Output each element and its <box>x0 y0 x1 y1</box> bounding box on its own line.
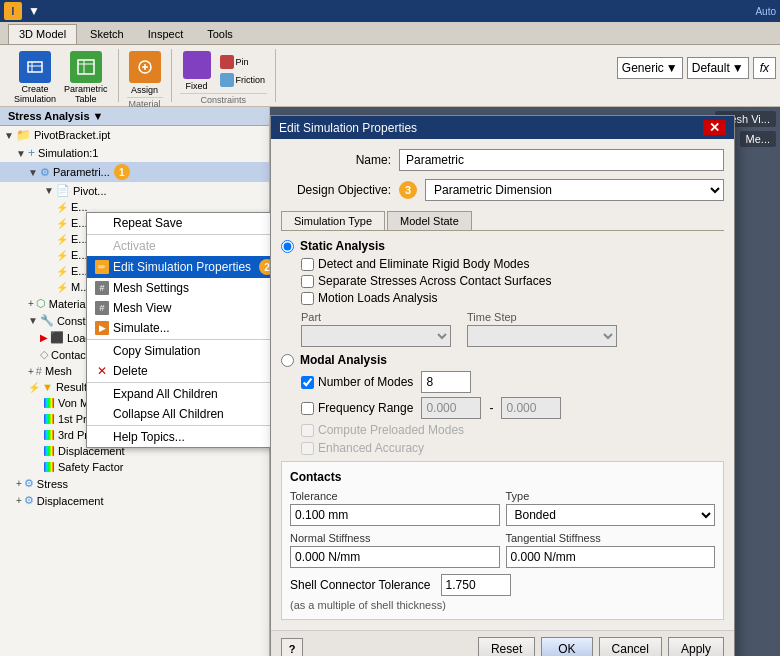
dialog-close-button[interactable]: ✕ <box>703 120 726 135</box>
time-step-label: Time Step <box>467 311 617 323</box>
toolbar-top-bar: I ▼ Auto <box>0 0 780 22</box>
context-item-help[interactable]: Help Topics... <box>87 427 295 447</box>
apply-button[interactable]: Apply <box>668 637 724 656</box>
detect-rigid-row: Detect and Eliminate Rigid Body Modes <box>301 257 724 271</box>
static-analysis-label[interactable]: Static Analysis <box>281 239 724 253</box>
design-objective-select[interactable]: Parametric Dimension Single Point <box>425 179 724 201</box>
create-simulation-button[interactable]: CreateSimulation <box>12 49 58 107</box>
tree-item-safety-factor[interactable]: Safety Factor <box>0 459 269 475</box>
context-item-expand-all[interactable]: Expand All Children <box>87 384 295 404</box>
detect-rigid-checkbox[interactable] <box>301 258 314 271</box>
contacts-title: Contacts <box>290 470 715 484</box>
friction-button[interactable]: Friction <box>218 72 268 88</box>
name-row: Name: <box>281 149 724 171</box>
fx-button[interactable]: fx <box>753 57 776 79</box>
tree-item-displacement2[interactable]: + ⚙ Displacement <box>0 492 269 509</box>
context-item-copy-sim[interactable]: Copy Simulation <box>87 341 295 361</box>
freq-range-label[interactable]: Frequency Range <box>301 401 413 415</box>
help-button[interactable]: ? <box>281 638 303 656</box>
freq-to-input[interactable] <box>501 397 561 419</box>
context-menu: Repeat Save Activate ✏ Edit Simulation P… <box>86 212 296 448</box>
normal-stiffness-label: Normal Stiffness <box>290 532 500 544</box>
tree-label-pivotbracket: PivotBracket.ipt <box>34 129 110 141</box>
enhanced-accuracy-label[interactable]: Enhanced Accuracy <box>301 441 724 455</box>
preloaded-modes-row: Compute Preloaded Modes <box>301 423 724 437</box>
num-modes-input[interactable] <box>421 371 471 393</box>
freq-range-checkbox[interactable] <box>301 402 314 415</box>
tab-sketch[interactable]: Sketch <box>79 24 135 44</box>
context-item-activate[interactable]: Activate <box>87 236 295 256</box>
num-modes-checkbox[interactable] <box>301 376 314 389</box>
tree-label-pivot1: Pivot... <box>73 185 107 197</box>
shell-connector-input[interactable] <box>441 574 511 596</box>
default-dropdown[interactable]: Default▼ <box>687 57 749 79</box>
context-item-edit-sim-props[interactable]: ✏ Edit Simulation Properties 2 <box>87 256 295 278</box>
mesh-view-icon: # <box>95 301 109 315</box>
name-input[interactable] <box>399 149 724 171</box>
type-select[interactable]: Bonded Separation Sliding/No Friction Se… <box>506 504 716 526</box>
type-label: Type <box>506 490 716 502</box>
tree-item-stress2[interactable]: + ⚙ Stress <box>0 475 269 492</box>
modal-analysis-radio[interactable] <box>281 354 294 367</box>
tolerance-group: Tolerance <box>290 490 500 526</box>
ribbon-group-manage: CreateSimulation ParametricTable Manage <box>4 49 119 102</box>
edit-sim-props-icon: ✏ <box>95 260 109 274</box>
tolerance-input[interactable] <box>290 504 500 526</box>
displacement2-icon: ⚙ <box>24 494 34 507</box>
static-analysis-radio[interactable] <box>281 240 294 253</box>
num-modes-label[interactable]: Number of Modes <box>301 375 413 389</box>
parametric-table-button[interactable]: ParametricTable <box>62 49 110 107</box>
tree-item-pivot1[interactable]: ▼ 📄 Pivot... <box>0 182 269 199</box>
tree-item-parametric[interactable]: ▼ ⚙ Parametri... 1 <box>0 162 269 182</box>
modal-analysis-label[interactable]: Modal Analysis <box>281 353 724 367</box>
fixed-button[interactable]: Fixed <box>180 49 214 93</box>
motion-loads-label[interactable]: Motion Loads Analysis <box>301 291 724 305</box>
ok-button[interactable]: OK <box>541 637 592 656</box>
shell-connector-label: Shell Connector Tolerance <box>290 578 431 592</box>
context-item-mesh-settings[interactable]: # Mesh Settings <box>87 278 295 298</box>
context-item-repeat-save[interactable]: Repeat Save <box>87 213 295 233</box>
simulate-icon: ▶ <box>95 321 109 335</box>
dialog-body: Name: Design Objective: 3 Parametric Dim… <box>271 139 734 630</box>
freq-from-input[interactable] <box>421 397 481 419</box>
context-item-collapse-all[interactable]: Collapse All Children <box>87 404 295 424</box>
ribbon-group-constraints: Fixed Pin Friction Constraints <box>172 49 277 102</box>
contact-icon: ◇ <box>40 348 48 361</box>
context-item-simulate[interactable]: ▶ Simulate... <box>87 318 295 338</box>
time-step-select[interactable] <box>467 325 617 347</box>
tab-simulation-type[interactable]: Simulation Type <box>281 211 385 230</box>
generic-dropdown[interactable]: Generic▼ <box>617 57 683 79</box>
stress2-icon: ⚙ <box>24 477 34 490</box>
tab-3d-model[interactable]: 3D Model <box>8 24 77 44</box>
sim-icon: + <box>28 146 35 160</box>
tree-item-simulation1[interactable]: ▼ + Simulation:1 <box>0 144 269 162</box>
context-item-mesh-view[interactable]: # Mesh View <box>87 298 295 318</box>
panel-header[interactable]: Stress Analysis ▼ <box>0 107 269 126</box>
tangential-stiffness-input[interactable] <box>506 546 716 568</box>
motion-loads-checkbox[interactable] <box>301 292 314 305</box>
type-group: Type Bonded Separation Sliding/No Fricti… <box>506 490 716 526</box>
tab-tools[interactable]: Tools <box>196 24 244 44</box>
separate-stresses-row: Separate Stresses Across Contact Surface… <box>301 274 724 288</box>
load-icon: ⬛ <box>50 331 64 344</box>
preloaded-modes-checkbox[interactable] <box>301 424 314 437</box>
preloaded-modes-label[interactable]: Compute Preloaded Modes <box>301 423 724 437</box>
tree-item-pivotbracket[interactable]: ▼ 📁 PivotBracket.ipt <box>0 126 269 144</box>
menu-file[interactable]: ▼ <box>28 4 40 18</box>
pin-button[interactable]: Pin <box>218 54 268 70</box>
assign-button[interactable]: Assign <box>127 49 163 97</box>
enhanced-accuracy-checkbox[interactable] <box>301 442 314 455</box>
context-item-delete[interactable]: ✕ Delete <box>87 361 295 381</box>
svg-rect-0 <box>28 62 42 72</box>
separate-stresses-label[interactable]: Separate Stresses Across Contact Surface… <box>301 274 724 288</box>
detect-rigid-label[interactable]: Detect and Eliminate Rigid Body Modes <box>301 257 724 271</box>
tab-inspect[interactable]: Inspect <box>137 24 194 44</box>
reset-button[interactable]: Reset <box>478 637 535 656</box>
design-objective-label: Design Objective: <box>281 183 391 197</box>
cancel-button[interactable]: Cancel <box>599 637 662 656</box>
tab-model-state[interactable]: Model State <box>387 211 472 230</box>
separate-stresses-checkbox[interactable] <box>301 275 314 288</box>
part-select[interactable] <box>301 325 451 347</box>
design-objective-row: Design Objective: 3 Parametric Dimension… <box>281 179 724 201</box>
normal-stiffness-input[interactable] <box>290 546 500 568</box>
